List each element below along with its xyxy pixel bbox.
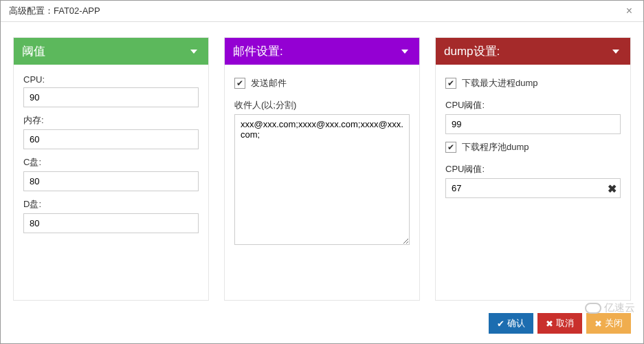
cpu-threshold-1-label: CPU阈值: — [445, 99, 621, 111]
cpu-input[interactable] — [23, 87, 199, 107]
panel-email: 邮件设置: 发送邮件 收件人(以;分割) xxx@xxx.com;xxxx@xx… — [224, 37, 420, 301]
download-max-process-checkbox[interactable] — [445, 78, 456, 89]
cpu-label: CPU: — [23, 74, 199, 85]
recipients-label: 收件人(以;分割) — [234, 99, 410, 111]
cpu-threshold-2-label: CPU阈值: — [445, 163, 621, 175]
chevron-down-icon — [190, 50, 197, 54]
d-drive-input[interactable] — [23, 213, 199, 233]
panel-dump-body: 下载最大进程dump CPU阈值: 下载程序池dump CPU阈值: ✖ — [436, 65, 630, 215]
c-drive-input[interactable] — [23, 171, 199, 191]
download-app-pool-checkbox[interactable] — [445, 142, 456, 153]
x-icon: ✖ — [595, 319, 602, 329]
x-icon: ✖ — [546, 319, 553, 329]
download-max-process-label: 下载最大进程dump — [462, 77, 538, 89]
panel-threshold-body: CPU: 内存: C盘: D盘: — [14, 65, 208, 250]
close-icon[interactable]: × — [623, 5, 635, 17]
check-icon: ✔ — [497, 319, 504, 329]
modal-footer: ✔ 确认 ✖ 取消 ✖ 关闭 — [1, 308, 643, 343]
confirm-button[interactable]: ✔ 确认 — [489, 313, 533, 334]
memory-label: 内存: — [23, 114, 199, 127]
modal-header: 高级配置：FAT02-APP × — [1, 1, 643, 22]
modal: 高级配置：FAT02-APP × 阈值 CPU: 内存: C盘: — [0, 0, 644, 344]
clear-icon[interactable]: ✖ — [608, 182, 617, 195]
cpu-threshold-1-input[interactable] — [445, 114, 621, 134]
cancel-label: 取消 — [556, 317, 574, 330]
panel-threshold-header[interactable]: 阈值 — [14, 38, 208, 65]
send-email-label: 发送邮件 — [251, 77, 287, 89]
d-drive-label: D盘: — [23, 198, 199, 211]
chevron-down-icon — [612, 50, 619, 54]
memory-input[interactable] — [23, 129, 199, 149]
c-drive-label: C盘: — [23, 156, 199, 169]
panel-email-header[interactable]: 邮件设置: — [225, 38, 419, 65]
download-app-pool-label: 下载程序池dump — [462, 141, 529, 153]
send-email-checkbox[interactable] — [234, 78, 245, 89]
panel-dump-header[interactable]: dump设置: — [436, 38, 630, 65]
panel-threshold-title: 阈值 — [22, 43, 45, 59]
panel-dump-title: dump设置: — [444, 43, 500, 59]
panel-threshold: 阈值 CPU: 内存: C盘: D盘: — [13, 37, 209, 301]
panel-email-body: 发送邮件 收件人(以;分割) xxx@xxx.com;xxxx@xxx.com;… — [225, 65, 419, 264]
modal-title: 高级配置：FAT02-APP — [9, 5, 100, 17]
chevron-down-icon — [401, 50, 408, 54]
panel-dump: dump设置: 下载最大进程dump CPU阈值: 下载程序池dump CPU阈… — [435, 37, 631, 301]
cpu-threshold-2-input[interactable] — [445, 178, 621, 198]
recipients-textarea[interactable]: xxx@xxx.com;xxxx@xxx.com;xxxx@xxx.com; — [234, 114, 410, 245]
confirm-label: 确认 — [507, 317, 525, 330]
close-button[interactable]: ✖ 关闭 — [586, 313, 631, 334]
cancel-button[interactable]: ✖ 取消 — [537, 313, 582, 334]
modal-body: 阈值 CPU: 内存: C盘: D盘: — [1, 22, 643, 308]
panel-email-title: 邮件设置: — [233, 43, 283, 59]
close-label: 关闭 — [605, 317, 623, 330]
